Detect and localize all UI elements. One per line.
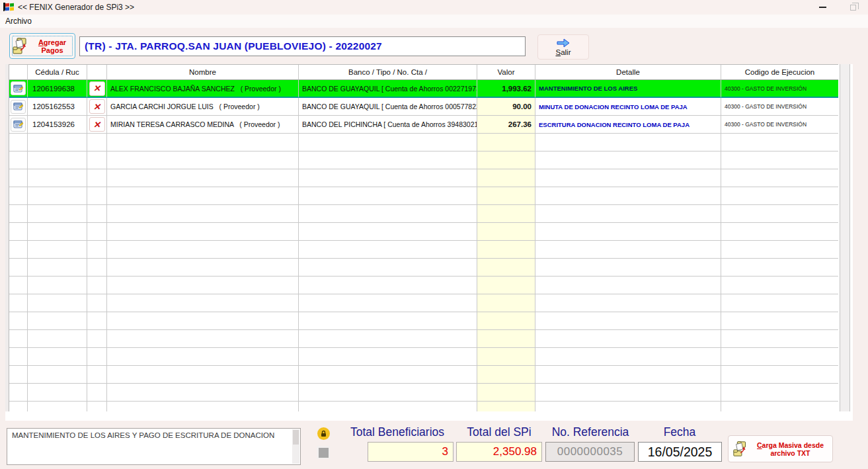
empty-cedula-cell — [28, 277, 87, 294]
lock-icon — [320, 430, 327, 437]
menu-archivo[interactable]: Archivo — [0, 15, 37, 27]
salir-button[interactable]: Salir — [537, 34, 589, 60]
empty-detalle-cell — [535, 205, 721, 223]
empty-cedula-cell — [28, 348, 87, 366]
detalle-general-textarea[interactable]: MANTENIMIENTO DE LOS AIRES Y PAGO DE ESC… — [7, 428, 301, 465]
header-row-button-col — [9, 65, 28, 80]
empty-cedula-cell — [28, 384, 87, 402]
empty-valor-cell — [477, 223, 535, 241]
empty-codigo-cell — [721, 348, 838, 366]
empty-banco-cell — [299, 402, 477, 411]
minimize-button[interactable] — [807, 0, 838, 15]
empty-row — [9, 366, 838, 384]
empty-banco-cell — [299, 312, 477, 330]
empty-codigo-cell — [721, 402, 838, 411]
carga-masiva-label-line1: Carga Masiva desde — [757, 441, 824, 449]
fenix-spi3-window: << FENIX Generador de SPi3 >> Archivo Ag… — [0, 0, 868, 469]
empty-detalle-cell — [535, 312, 721, 330]
empty-cedula-cell — [28, 134, 87, 151]
empty-edit-cell — [9, 187, 28, 205]
empty-codigo-cell — [721, 151, 838, 169]
header-delete-col — [87, 65, 107, 80]
empty-nombre-cell — [107, 384, 299, 402]
empty-detalle-cell — [535, 169, 721, 187]
empty-row — [9, 259, 838, 277]
empty-nombre-cell — [107, 348, 299, 366]
gray-square-button[interactable] — [317, 446, 330, 459]
empty-detalle-cell — [535, 134, 721, 151]
empty-detalle-cell — [535, 187, 721, 205]
empty-valor-cell — [477, 366, 535, 384]
empty-banco-cell — [299, 223, 477, 241]
empty-valor-cell — [477, 348, 535, 366]
delete-row-button[interactable]: ✕ — [89, 99, 105, 114]
empty-delete-cell — [87, 151, 107, 169]
empty-nombre-cell — [107, 294, 299, 312]
batch-title-field[interactable]: (TR) - JTA. PARROQ.SAN JUAN (PUEBLOVIEJO… — [79, 36, 526, 56]
empty-row — [9, 312, 838, 330]
empty-banco-cell — [299, 294, 477, 312]
payment-row[interactable]: 1204153926✕MIRIAN TERESA CARRASCO MEDINA… — [9, 116, 838, 134]
menu-bar: Archivo — [0, 15, 868, 28]
empty-codigo-cell — [721, 384, 838, 402]
empty-valor-cell — [477, 384, 535, 402]
grid-header-row: Cédula / Ruc Nombre Banco / Tipo / No. C… — [9, 65, 838, 80]
empty-edit-cell — [9, 151, 28, 169]
empty-row — [9, 402, 838, 411]
empty-delete-cell — [87, 348, 107, 366]
edit-row-button[interactable] — [11, 100, 26, 114]
row-delete-cell: ✕ — [87, 98, 107, 116]
empty-banco-cell — [299, 151, 477, 169]
empty-edit-cell — [9, 366, 28, 384]
empty-delete-cell — [87, 277, 107, 294]
minimize-icon — [819, 7, 826, 8]
fecha-value-field[interactable]: 16/05/2025 — [638, 442, 722, 462]
footer-panel: MANTENIMIENTO DE LOS AIRES Y PAGO DE ESC… — [0, 423, 868, 469]
textarea-scrollbar[interactable] — [292, 429, 299, 464]
empty-edit-cell — [9, 134, 28, 151]
banco-cell: BANCO DEL PICHINCHA [ Cuenta de Ahorros … — [299, 116, 477, 134]
banco-cell: BANCO DE GUAYAQUIL [ Cuenta de Ahorros 0… — [299, 80, 477, 98]
restore-button[interactable] — [838, 0, 868, 15]
cedula-cell: 1205162553 — [28, 98, 87, 116]
empty-row — [9, 169, 838, 187]
title-bar: << FENIX Generador de SPi3 >> — [0, 0, 868, 15]
payment-row[interactable]: 1206199638✕ALEX FRANCISCO BAJAÑA SANCHEZ… — [9, 80, 838, 98]
empty-detalle-cell — [535, 151, 721, 169]
valor-cell: 90.00 — [477, 98, 535, 116]
vertical-scrollbar[interactable] — [840, 64, 850, 411]
total-spi-label: Total del SPi — [456, 425, 542, 439]
total-beneficiarios-label: Total Beneficiarios — [341, 425, 454, 439]
empty-delete-cell — [87, 384, 107, 402]
empty-row — [9, 187, 838, 205]
edit-row-icon — [13, 102, 23, 111]
delete-row-button[interactable]: ✕ — [89, 117, 105, 132]
carga-masiva-button[interactable]: Carga Masiva desde archivo TXT — [728, 435, 833, 462]
empty-edit-cell — [9, 330, 28, 348]
empty-row — [9, 134, 838, 151]
banco-cell: BANCO DE GUAYAQUIL [ Cuenta de Ahorros 0… — [299, 98, 477, 116]
empty-nombre-cell — [107, 330, 299, 348]
empty-nombre-cell — [107, 151, 299, 169]
empty-codigo-cell — [721, 312, 838, 330]
empty-banco-cell — [299, 205, 477, 223]
edit-row-button[interactable] — [11, 118, 26, 132]
edit-row-button[interactable] — [11, 81, 26, 95]
codigo-cell: 40300 - GASTO DE INVERSIÓN — [721, 98, 838, 116]
payment-row[interactable]: 1205162553✕GARCIA CARCHI JORGUE LUIS ( P… — [9, 98, 838, 116]
detalle-cell: MINUTA DE DONACION RECINTO LOMA DE PAJA — [535, 98, 721, 116]
agregar-pagos-button[interactable]: Agregar Pagos — [9, 33, 75, 59]
empty-valor-cell — [477, 312, 535, 330]
empty-row — [9, 348, 838, 366]
valor-cell: 1,993.62 — [477, 80, 535, 98]
empty-delete-cell — [87, 241, 107, 259]
cedula-cell: 1206199638 — [28, 80, 87, 98]
empty-cedula-cell — [28, 205, 87, 223]
empty-nombre-cell — [107, 223, 299, 241]
nombre-cell: MIRIAN TERESA CARRASCO MEDINA ( Proveedo… — [107, 116, 299, 134]
delete-row-button[interactable]: ✕ — [89, 81, 105, 96]
empty-valor-cell — [477, 205, 535, 223]
empty-banco-cell — [299, 187, 477, 205]
empty-banco-cell — [299, 348, 477, 366]
empty-nombre-cell — [107, 241, 299, 259]
